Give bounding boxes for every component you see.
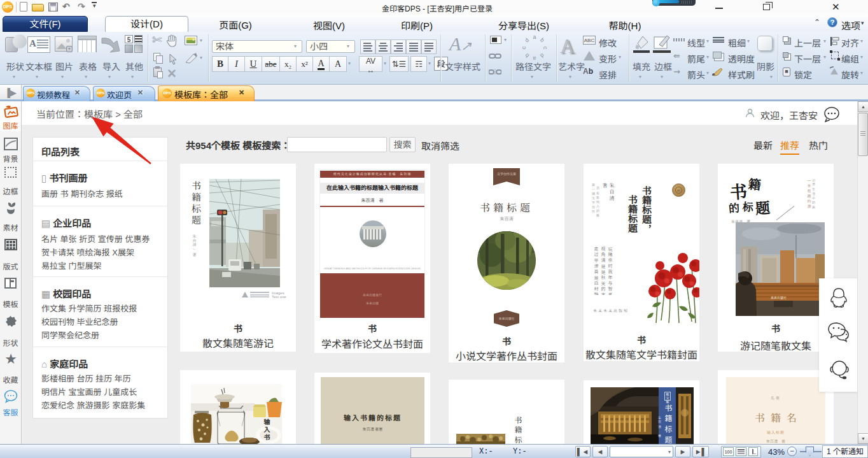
svg-text:c: c [522,46,527,49]
svg-text:d: d [539,52,546,59]
svg-text:a: a [533,34,536,40]
svg-text:a: a [533,55,536,60]
svg-text:d: d [524,37,531,44]
svg-text:b: b [539,37,546,44]
svg-text:未来出版社: 未来出版社 [771,296,787,300]
svg-text:b: b [524,52,531,59]
svg-text:c: c [542,47,547,50]
